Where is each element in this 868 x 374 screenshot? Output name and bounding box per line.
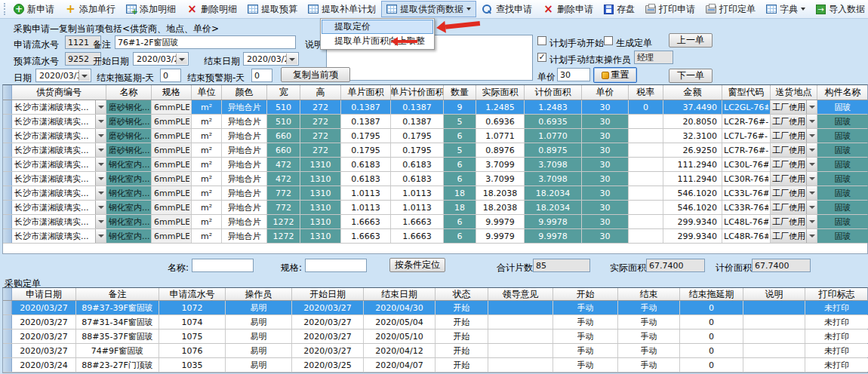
dropdown-arrow-icon[interactable] xyxy=(95,158,106,171)
filter-spec-field[interactable] xyxy=(305,259,367,272)
column-header[interactable]: 结束 xyxy=(618,288,680,300)
unit-price-field[interactable] xyxy=(557,68,590,81)
column-header[interactable]: 单片面积 xyxy=(341,85,391,100)
extract-supplier-data-button[interactable]: 提取供货商数据 xyxy=(381,1,476,17)
table-row[interactable]: 长沙市潇湘玻璃实...磨砂钢化...6mmPLE...m²异地合片5102720… xyxy=(3,115,867,129)
warn-field[interactable] xyxy=(251,69,272,82)
column-header[interactable]: 单价 xyxy=(582,85,629,100)
total-pieces-field[interactable] xyxy=(533,259,590,272)
table-row[interactable]: 长沙市潇湘玻璃实...磨砂钢化...6mmPLE...m²异地合片6602720… xyxy=(3,143,867,158)
remark-field[interactable] xyxy=(115,35,296,49)
generate-order-checkbox[interactable] xyxy=(604,36,613,45)
dropdown-arrow-icon[interactable] xyxy=(806,229,817,243)
column-header[interactable]: 开始 xyxy=(553,288,618,300)
filter-name-field[interactable] xyxy=(192,259,254,272)
dropdown-arrow-icon[interactable] xyxy=(95,115,106,128)
dropdown-arrow-icon[interactable] xyxy=(806,201,817,214)
column-header[interactable]: 结束日期 xyxy=(364,288,436,300)
actual-area-field[interactable] xyxy=(646,259,705,272)
column-header[interactable]: 结束拖延期 xyxy=(680,288,743,300)
column-header[interactable]: 送货地点 xyxy=(771,85,817,100)
plan-manual-start-checkbox[interactable] xyxy=(537,36,546,45)
delete-detail-button[interactable]: 删除明细 xyxy=(181,1,242,17)
date-combo[interactable]: 2020/03/31 xyxy=(35,69,91,82)
column-header[interactable]: 操作员 xyxy=(226,288,292,300)
table-row[interactable]: 长沙市潇湘玻璃实...钢化室内...6mmPLE...m²异地合片1272131… xyxy=(3,215,867,229)
column-header[interactable]: 规格 xyxy=(152,85,192,100)
prev-order-button[interactable]: 上一单 xyxy=(669,33,713,48)
column-header[interactable]: 申请日期 xyxy=(12,288,76,300)
new-application-button[interactable]: 新申请 xyxy=(8,1,60,17)
table-row[interactable]: 长沙市潇湘玻璃实...磨砂钢化...6mmPLE...m²异地合片5102720… xyxy=(3,100,867,115)
column-header[interactable]: 宽 xyxy=(267,85,300,100)
dropdown-arrow-icon[interactable] xyxy=(95,201,106,214)
toolbar-grip[interactable] xyxy=(4,3,5,15)
dropdown-arrow-icon[interactable] xyxy=(806,172,817,185)
save-button[interactable]: 存盘 xyxy=(599,1,640,17)
menu-item[interactable]: 提取定价 xyxy=(322,20,433,34)
column-header[interactable]: 名称 xyxy=(106,85,152,100)
column-header[interactable]: 说明 xyxy=(743,288,805,300)
dictionary-button[interactable]: 字典 xyxy=(761,1,811,17)
delete-application-button[interactable]: 删除申请 xyxy=(537,1,599,17)
table-row[interactable]: 2020/03/2488#23-27F门顶玻1035易明2020/03/2520… xyxy=(3,358,867,372)
dropdown-arrow-icon[interactable] xyxy=(95,172,106,185)
add-single-row-button[interactable]: 添加单行 xyxy=(60,1,121,17)
dropdown-arrow-icon[interactable] xyxy=(806,158,817,171)
table-row[interactable]: 长沙市潇湘玻璃实...钢化室内...6mmPLE...m²异地合片4721310… xyxy=(3,158,867,172)
dropdown-arrow-icon[interactable] xyxy=(95,100,106,114)
find-application-button[interactable]: 查找申请 xyxy=(476,1,537,17)
end-date-combo[interactable]: 2020/03/28 xyxy=(243,52,299,66)
dropdown-arrow-icon[interactable] xyxy=(806,186,817,200)
dropdown-arrow-icon[interactable] xyxy=(806,129,817,143)
column-header[interactable]: 税率 xyxy=(629,85,663,100)
table-row[interactable]: 2020/03/2787#31-34F窗固玻1074易明2020/03/2720… xyxy=(3,315,867,330)
table-row[interactable]: 长沙市潇湘玻璃实...钢化室内...6mmPLE...m²异地合片4721310… xyxy=(3,172,867,186)
table-row[interactable]: 2020/03/2774#9F窗固玻1076易明2020/03/272020/0… xyxy=(3,344,867,358)
table-row[interactable]: 2020/03/2789#37-39F窗固玻1072易明2020/03/2720… xyxy=(3,301,867,315)
dropdown-arrow-icon[interactable] xyxy=(806,143,817,157)
dropdown-arrow-icon[interactable] xyxy=(806,115,817,128)
column-header[interactable]: 供货商编号 xyxy=(12,85,106,100)
column-header[interactable]: 计价面积 xyxy=(525,85,582,100)
table-row[interactable]: 长沙市潇湘玻璃实...钢化室内...6mmPLE...m²异地合片7721310… xyxy=(3,201,867,215)
billing-area-field[interactable] xyxy=(752,259,811,272)
dropdown-arrow-icon[interactable] xyxy=(95,143,106,157)
table-row[interactable]: 长沙市潇湘玻璃实...钢化室内...6mmPLE...m²异地合片7721310… xyxy=(3,186,867,201)
column-header[interactable]: 构件名称 xyxy=(817,85,868,100)
dropdown-arrow-icon[interactable] xyxy=(806,215,817,228)
start-date-combo[interactable]: 2020/03/21 xyxy=(133,52,189,66)
dropdown-arrow-icon[interactable] xyxy=(95,229,106,243)
print-order-button[interactable]: 打印定单 xyxy=(700,1,761,17)
column-header[interactable]: 数量 xyxy=(444,85,476,100)
import-data-button[interactable]: 导入数据 xyxy=(811,1,868,17)
column-header[interactable]: 申请流水号 xyxy=(159,288,226,300)
dropdown-arrow-icon[interactable] xyxy=(95,215,106,228)
delay-field[interactable] xyxy=(160,69,181,82)
column-header[interactable]: 单位 xyxy=(192,85,222,100)
locate-button[interactable]: 按条件定位 xyxy=(389,258,445,272)
table-row[interactable]: 2020/03/2788#35-37F窗固玻1075易明2020/03/2720… xyxy=(3,330,867,344)
operator-field[interactable] xyxy=(634,51,673,64)
column-header[interactable]: 实际面积 xyxy=(476,85,525,100)
extract-budget-button[interactable]: 提取预算 xyxy=(242,1,303,17)
next-order-button[interactable]: 下一单 xyxy=(669,69,713,83)
add-detail-button[interactable]: 添加明细 xyxy=(121,1,181,17)
copy-current-button[interactable]: 复制当前项 xyxy=(281,67,350,82)
dropdown-arrow-icon[interactable] xyxy=(806,100,817,114)
column-header[interactable]: 领导意见 xyxy=(488,288,553,300)
table-row[interactable]: 长沙市潇湘玻璃实...钢化室内...6mmPLE...m²异地合片1272131… xyxy=(3,229,867,244)
extract-supplement-plan-button[interactable]: 提取补单计划 xyxy=(303,1,381,17)
column-header[interactable]: 颜色 xyxy=(222,85,267,100)
column-header[interactable]: 打印标志 xyxy=(805,288,868,300)
dropdown-arrow-icon[interactable] xyxy=(95,186,106,200)
column-header[interactable]: 状态 xyxy=(436,288,488,300)
column-header[interactable]: 开始日期 xyxy=(292,288,364,300)
print-application-button[interactable]: 打印申请 xyxy=(640,1,700,17)
column-header[interactable]: 备注 xyxy=(76,288,159,300)
dropdown-arrow-icon[interactable] xyxy=(95,129,106,143)
column-header[interactable]: 窗型代码 xyxy=(722,85,771,100)
reset-button[interactable]: 重置 xyxy=(593,67,637,83)
plan-manual-end-checkbox[interactable] xyxy=(537,53,546,62)
column-header[interactable]: 单片计价面积 xyxy=(391,85,444,100)
